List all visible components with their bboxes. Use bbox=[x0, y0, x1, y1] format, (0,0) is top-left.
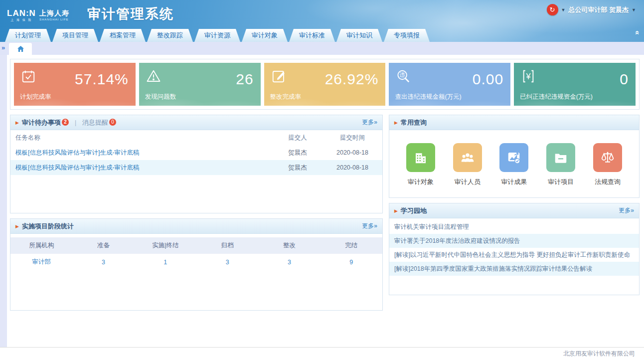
task-link[interactable]: 模板[信息科技风险评估与审计]生成-审计底稿 bbox=[15, 164, 140, 171]
tab-message-reminder[interactable]: 消息提醒0 bbox=[82, 118, 116, 127]
tab-archive-management[interactable]: 档案管理 bbox=[100, 29, 146, 42]
stat-value: 57.14% bbox=[75, 71, 129, 88]
stat-card-rectification-completion[interactable]: 26.92% 整改完成率 bbox=[264, 63, 386, 106]
col-submitter: 提交人 bbox=[273, 130, 322, 145]
footer-company-name: 北京用友审计软件有限公司 bbox=[563, 350, 635, 358]
col-archive: 归档 bbox=[196, 237, 258, 254]
todo-more-link[interactable]: 更多» bbox=[362, 118, 377, 127]
col-preparation: 准备 bbox=[72, 237, 134, 254]
query-tile-label: 审计成果 bbox=[499, 178, 528, 186]
stat-label: 计划完成率 bbox=[20, 93, 51, 101]
stat-value: 0.00 bbox=[473, 71, 503, 88]
panel-arrow-icon: ▶ bbox=[15, 224, 19, 229]
notification-icon[interactable]: ↻ bbox=[547, 4, 558, 15]
org-link[interactable]: 审计部 bbox=[32, 258, 51, 265]
collapse-up-icon[interactable]: » bbox=[632, 30, 640, 34]
tab-home[interactable] bbox=[9, 43, 32, 55]
learning-more-link[interactable]: 更多» bbox=[619, 206, 634, 215]
chevron-down-icon: ▼ bbox=[561, 7, 566, 12]
panel-stage-statistics: ▶ 实施项目阶段统计 更多» 所属机构 准备 实施|终结 归档 整改 bbox=[10, 218, 383, 311]
query-tile-label: 审计对象 bbox=[406, 178, 435, 186]
breadcrumb: » bbox=[0, 42, 644, 55]
query-tile-label: 审计项目 bbox=[546, 178, 575, 186]
tab-audit-resources[interactable]: 审计资源 bbox=[194, 29, 240, 42]
stage-more-link[interactable]: 更多» bbox=[362, 222, 377, 230]
stat-card-violation-amount[interactable]: 违 0.00 查出违纪违规金额(万元) bbox=[389, 63, 510, 106]
query-audit-personnel[interactable]: 审计人员 bbox=[453, 143, 482, 186]
expand-sidebar-icon[interactable]: » bbox=[1, 44, 5, 51]
stat-card-corrected-funds[interactable]: ¥ 0 已纠正违纪违规资金(万元) bbox=[514, 63, 636, 106]
col-organization: 所属机构 bbox=[10, 237, 72, 254]
panel-learning-garden: ▶ 学习园地 更多» 审计机关审计项目流程管理 审计署关于2018年度法治政府建… bbox=[389, 203, 640, 295]
company-logo: LAN:N 上 海 保 险 上海人寿 SHANGHAI LIFE bbox=[7, 9, 69, 21]
tab-audit-objects[interactable]: 审计对象 bbox=[242, 29, 288, 42]
divider: | bbox=[75, 119, 76, 126]
tab-plan-management[interactable]: 计划管理 bbox=[5, 29, 51, 42]
stage-count-done[interactable]: 9 bbox=[349, 259, 353, 266]
task-submitter: 贺晨杰 bbox=[273, 145, 322, 160]
footer: 北京用友审计软件有限公司 bbox=[0, 347, 644, 360]
stage-count-impl[interactable]: 1 bbox=[163, 259, 167, 266]
stat-value: 26.92% bbox=[325, 71, 379, 88]
collapsed-sidebar-strip[interactable] bbox=[0, 55, 7, 347]
query-audit-projects[interactable]: 审计项目 bbox=[546, 143, 575, 186]
query-audit-results[interactable]: 审计成果 bbox=[499, 143, 528, 186]
stage-count-archive[interactable]: 3 bbox=[226, 259, 229, 266]
scales-icon bbox=[600, 150, 615, 165]
svg-text:违: 违 bbox=[400, 72, 405, 78]
table-row: 审计部 3 1 3 3 9 bbox=[10, 254, 382, 270]
app-header: LAN:N 上 海 保 险 上海人寿 SHANGHAI LIFE 审计管理系统 … bbox=[0, 0, 644, 42]
tab-audit-standards[interactable]: 审计标准 bbox=[289, 29, 335, 42]
col-completion: 完结 bbox=[321, 237, 382, 254]
tab-rectification-tracking[interactable]: 整改跟踪 bbox=[147, 29, 193, 42]
tab-audit-knowledge[interactable]: 审计知识 bbox=[336, 29, 382, 42]
tab-audit-todo[interactable]: 审计待办事项2 bbox=[22, 118, 69, 127]
logo-company-name: 上海人寿 bbox=[39, 9, 69, 16]
main-nav: 计划管理 项目管理 档案管理 整改跟踪 审计资源 审计对象 审计标准 审计知识 … bbox=[0, 28, 644, 42]
task-link[interactable]: 模板[信息科技风险评估与审计]生成-审计底稿 bbox=[15, 149, 140, 156]
learning-article-link[interactable]: [解读]以习近平新时代中国特色社会主义思想为指导 更好担负起审计工作新职责新使命 bbox=[389, 248, 639, 262]
panel-arrow-icon: ▶ bbox=[394, 208, 398, 213]
stat-value: 26 bbox=[236, 71, 253, 88]
stage-count-prep[interactable]: 3 bbox=[102, 259, 105, 266]
panel-arrow-icon: ▶ bbox=[15, 120, 19, 125]
query-regulations[interactable]: 法规查询 bbox=[593, 143, 622, 186]
query-audit-objects[interactable]: 审计对象 bbox=[406, 143, 435, 186]
stat-label: 整改完成率 bbox=[270, 93, 302, 101]
warning-triangle-icon bbox=[146, 69, 161, 84]
logo-brand-subtext: 上 海 保 险 bbox=[7, 18, 36, 21]
tab-special-reporting[interactable]: 专项填报 bbox=[384, 29, 430, 42]
todo-count-badge: 2 bbox=[62, 119, 69, 126]
stage-count-rectify[interactable]: 3 bbox=[288, 259, 291, 266]
stat-value: 0 bbox=[620, 71, 629, 88]
learning-article-link[interactable]: 审计署关于2018年度法治政府建设情况的报告 bbox=[389, 234, 639, 248]
learning-article-link[interactable]: [解读]2018年第四季度国家重大政策措施落实情况跟踪审计结果公告解读 bbox=[389, 262, 639, 276]
query-tile-label: 法规查询 bbox=[593, 178, 622, 186]
home-icon bbox=[17, 45, 24, 52]
user-menu[interactable]: 总公司审计部 贺晨杰 bbox=[568, 5, 629, 14]
stage-panel-title: 实施项目阶段统计 bbox=[22, 222, 74, 231]
panel-audit-todo: ▶ 审计待办事项2 | 消息提醒0 更多» 任务名称 bbox=[10, 115, 383, 213]
learning-article-link[interactable]: 审计机关审计项目流程管理 bbox=[389, 220, 639, 234]
chevron-down-icon: ▼ bbox=[632, 7, 636, 12]
tab-project-management[interactable]: 项目管理 bbox=[52, 29, 98, 42]
edit-icon bbox=[271, 69, 286, 84]
stat-cards-container: 57.14% 计划完成率 26 发现问题数 26.92% bbox=[10, 59, 640, 110]
stat-card-problems-found[interactable]: 26 发现问题数 bbox=[139, 63, 261, 106]
calendar-check-icon bbox=[21, 69, 36, 84]
task-submitter: 贺晨杰 bbox=[273, 160, 322, 175]
svg-text:¥: ¥ bbox=[526, 72, 531, 81]
learning-panel-title: 学习园地 bbox=[401, 206, 427, 215]
col-implementation: 实施|终结 bbox=[135, 237, 196, 254]
stat-label: 发现问题数 bbox=[145, 93, 176, 101]
stat-card-plan-completion[interactable]: 57.14% 计划完成率 bbox=[14, 63, 136, 106]
task-date: 2020-08-18 bbox=[322, 160, 382, 175]
logo-company-name-en: SHANGHAI LIFE bbox=[39, 18, 69, 21]
people-icon bbox=[460, 150, 476, 165]
footer-gap bbox=[0, 360, 644, 364]
panel-arrow-icon: ▶ bbox=[394, 120, 398, 125]
stat-label: 已纠正违纪违规资金(万元) bbox=[520, 93, 593, 101]
col-submit-time: 提交时间 bbox=[322, 130, 382, 145]
building-icon bbox=[413, 150, 428, 165]
yuan-icon: ¥ bbox=[521, 69, 536, 84]
